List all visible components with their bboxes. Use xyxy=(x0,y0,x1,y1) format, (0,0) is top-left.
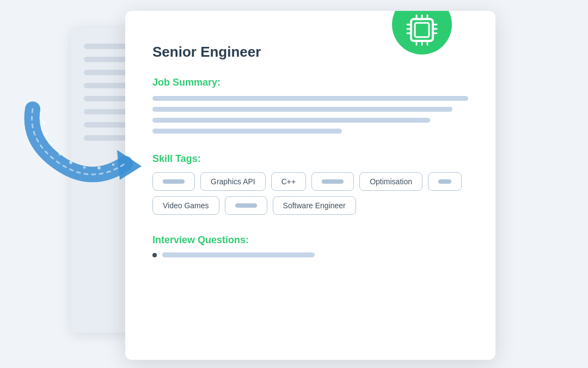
skill-tags-label: Skill Tags: xyxy=(152,153,468,165)
tag-blank[interactable] xyxy=(152,172,195,191)
blue-arrow-icon xyxy=(16,76,158,185)
tag-blank-line xyxy=(438,179,451,184)
svg-point-6 xyxy=(69,161,72,164)
skill-tags-section: Skill Tags: Graphics API C++ xyxy=(152,153,468,215)
scene: Senior Engineer Job Summary: Skill Tags: xyxy=(0,0,588,368)
bullet-bar xyxy=(162,252,315,257)
svg-point-7 xyxy=(83,166,86,169)
summary-line xyxy=(152,129,342,134)
main-document: Senior Engineer Job Summary: Skill Tags: xyxy=(125,11,495,360)
tag-optimisation[interactable]: Optimisation xyxy=(359,172,422,191)
job-summary-label: Job Summary: xyxy=(152,77,468,88)
bullet-line xyxy=(152,252,468,257)
tag-cpp[interactable]: C++ xyxy=(271,172,306,191)
tag-blank[interactable] xyxy=(311,172,354,191)
tags-row-1: Graphics API C++ Optimisation xyxy=(152,172,468,191)
svg-point-8 xyxy=(97,166,101,170)
svg-marker-1 xyxy=(117,150,142,180)
summary-line xyxy=(152,118,430,123)
tag-blank[interactable] xyxy=(225,196,267,215)
svg-point-2 xyxy=(42,121,45,124)
svg-point-9 xyxy=(112,164,115,166)
svg-point-4 xyxy=(50,143,53,146)
interview-questions-section: Interview Questions: xyxy=(152,234,468,257)
tags-row-2: Video Games Software Engineer xyxy=(152,196,468,215)
tag-blank-line xyxy=(163,179,185,184)
svg-rect-11 xyxy=(415,23,429,37)
bullet-dot xyxy=(152,253,157,257)
svg-point-3 xyxy=(45,132,48,135)
svg-point-5 xyxy=(59,153,62,156)
tag-software-engineer[interactable]: Software Engineer xyxy=(273,196,356,215)
job-summary-lines xyxy=(152,96,468,134)
summary-line xyxy=(152,96,468,101)
tag-video-games[interactable]: Video Games xyxy=(152,196,219,215)
tag-graphics-api[interactable]: Graphics API xyxy=(200,172,266,191)
interview-questions-label: Interview Questions: xyxy=(152,234,468,246)
tag-blank-line xyxy=(235,203,257,208)
tag-blank-line xyxy=(322,179,344,184)
job-summary-section: Job Summary: xyxy=(152,77,468,134)
tag-blank[interactable] xyxy=(428,172,462,191)
summary-line xyxy=(152,107,452,112)
